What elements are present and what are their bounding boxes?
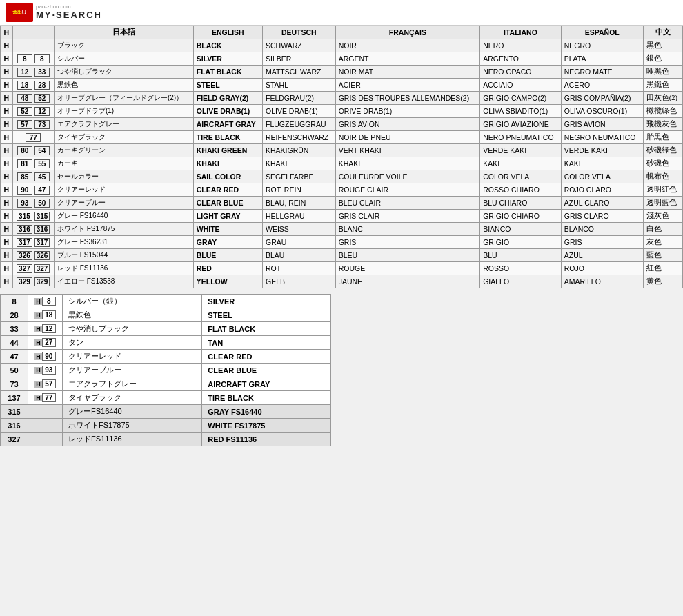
col-es: ESPAÑOL (561, 26, 643, 39)
h-prefix-cell: H (1, 183, 13, 197)
logo-area: 盒出 U pao-zhou.com MY·SEARCH (6, 3, 102, 22)
color-table-row: H327 327レッド FS11136REDROTROUGEROSSOROJO紅… (1, 262, 683, 275)
color-table-row: H48 52オリーブグレー（フィールドグレー(2)）FIELD GRAY(2)F… (1, 92, 683, 105)
it-name-cell: BIANCO (480, 223, 562, 236)
lookup-hcode-cell: H8 (28, 295, 63, 308)
jp-name-cell: タイヤブラック (54, 131, 193, 144)
jp-name-cell: ブルー FS15044 (54, 249, 193, 262)
lookup-table-row: 8H8シルバー（銀）SILVER (1, 295, 331, 308)
de-name-cell: SILBER (262, 52, 335, 66)
col-it: ITALIANO (480, 26, 562, 39)
lookup-table-row: 137H77タイヤブラックTIRE BLACK (1, 391, 331, 405)
h-prefix-cell: H (1, 210, 13, 223)
fr-name-cell: ARGENT (335, 52, 479, 66)
lookup-table-row: 28H18黒鉄色STEEL (1, 308, 331, 322)
lookup-hcode-cell: H12 (28, 322, 63, 336)
es-name-cell: OLIVA OSCURO(1) (561, 105, 643, 118)
es-name-cell: AZUL (561, 249, 643, 262)
es-name-cell: PLATA (561, 52, 643, 66)
lookup-num-cell: 47 (1, 350, 28, 364)
color-table-container: H 日本語 ENGLISH DEUTSCH FRANÇAIS ITALIANO … (0, 26, 683, 288)
de-name-cell: STAHL (262, 79, 335, 92)
fr-name-cell: ORIVE DRAB(1) (335, 105, 479, 118)
de-name-cell: SEGELFARBE (262, 170, 335, 183)
color-num-cell: 329 329 (12, 275, 54, 288)
lookup-table-row: 33H12つや消しブラックFLAT BLACK (1, 322, 331, 336)
de-name-cell: FLUGZEUGGRAU (262, 118, 335, 131)
lookup-num-cell: 33 (1, 322, 28, 336)
fr-name-cell: NOIR MAT (335, 66, 479, 79)
es-name-cell: VERDE KAKI (561, 144, 643, 157)
zh-name-cell: 黄色 (643, 275, 682, 288)
es-name-cell: AMARILLO (561, 275, 643, 288)
it-name-cell: GRIGIO AVIAZIONE (480, 118, 562, 131)
h-prefix-cell: H (1, 144, 13, 157)
it-name-cell: NERO PNEUMATICO (480, 131, 562, 144)
lookup-en-cell: RED FS11136 (202, 433, 331, 446)
en-name-cell: TIRE BLACK (193, 131, 262, 144)
en-name-cell: OLIVE DRAB(1) (193, 105, 262, 118)
lookup-en-cell: CLEAR RED (202, 350, 331, 364)
lookup-table-row: 44H27タンTAN (1, 336, 331, 350)
en-name-cell: BLUE (193, 249, 262, 262)
lookup-en-cell: TIRE BLACK (202, 391, 331, 405)
lookup-num-cell: 50 (1, 364, 28, 377)
lookup-num-cell: 316 (1, 419, 28, 433)
it-name-cell: GRIGIO CAMPO(2) (480, 92, 562, 105)
es-name-cell: GRIS CLARO (561, 210, 643, 223)
h-prefix-cell: H (1, 223, 13, 236)
lookup-en-cell: CLEAR BLUE (202, 364, 331, 377)
jp-name-cell: ホワイト FS17875 (54, 223, 193, 236)
color-table-row: H316 316ホワイト FS17875WHITEWEISSBLANCBIANC… (1, 223, 683, 236)
jp-name-cell: レッド FS11136 (54, 262, 193, 275)
site-logo: 盒出 U (6, 3, 33, 22)
en-name-cell: YELLOW (193, 275, 262, 288)
it-name-cell: GRIGIO CHIARO (480, 210, 562, 223)
color-num-cell: 327 327 (12, 262, 54, 275)
it-name-cell: ARGENTO (480, 52, 562, 66)
lookup-hcode-cell: H90 (28, 350, 63, 364)
en-name-cell: WHITE (193, 223, 262, 236)
fr-name-cell: ACIER (335, 79, 479, 92)
lookup-hcode-cell: H77 (28, 391, 63, 405)
fr-name-cell: GRIS (335, 236, 479, 249)
lookup-num-cell: 44 (1, 336, 28, 350)
h-prefix-cell: H (1, 118, 13, 131)
it-name-cell: BLU CHIARO (480, 197, 562, 210)
color-num-cell: 48 52 (12, 92, 54, 105)
h-prefix-cell: H (1, 105, 13, 118)
color-num-cell: 85 45 (12, 170, 54, 183)
lookup-table-row: 315グレーFS16440GRAY FS16440 (1, 405, 331, 419)
lookup-table-row: 47H90クリアーレッドCLEAR RED (1, 350, 331, 364)
lookup-hcode-cell: H57 (28, 377, 63, 391)
de-name-cell: MATTSCHWARZ (262, 66, 335, 79)
color-table-row: H8 8シルバーSILVERSILBERARGENTARGENTOPLATA銀色 (1, 52, 683, 66)
fr-name-cell: GRIS DES TROUPES ALLEMANDES(2) (335, 92, 479, 105)
h-prefix-cell: H (1, 157, 13, 170)
fr-name-cell: BLEU CLAIR (335, 197, 479, 210)
jp-name-cell: グレー FS16440 (54, 210, 193, 223)
en-name-cell: LIGHT GRAY (193, 210, 262, 223)
lookup-hcode-cell (28, 419, 63, 433)
color-num-cell: 81 55 (12, 157, 54, 170)
it-name-cell: ROSSO CHIARO (480, 183, 562, 197)
lookup-table: 8H8シルバー（銀）SILVER28H18黒鉄色STEEL33H12つや消しブラ… (0, 294, 331, 446)
de-name-cell: OLIVE DRAB(1) (262, 105, 335, 118)
de-name-cell: GRAU (262, 236, 335, 249)
en-name-cell: BLACK (193, 39, 262, 52)
jp-name-cell: グレー FS36231 (54, 236, 193, 249)
es-name-cell: NEGRO MATE (561, 66, 643, 79)
fr-name-cell: ROUGE CLAIR (335, 183, 479, 197)
zh-name-cell: 砂磯綠色 (643, 144, 682, 157)
de-name-cell: KHAKI (262, 157, 335, 170)
de-name-cell: BLAU (262, 249, 335, 262)
jp-name-cell: エアクラフトグレー (54, 118, 193, 131)
lookup-jp-cell: 黒鉄色 (63, 308, 202, 322)
es-name-cell: ROJO CLARO (561, 183, 643, 197)
de-name-cell: REIFENSCHWARZ (262, 131, 335, 144)
col-jp: 日本語 (54, 26, 193, 39)
lookup-num-cell: 327 (1, 433, 28, 446)
de-name-cell: HELLGRAU (262, 210, 335, 223)
zh-name-cell: 銀色 (643, 52, 682, 66)
lookup-hcode-cell: H93 (28, 364, 63, 377)
